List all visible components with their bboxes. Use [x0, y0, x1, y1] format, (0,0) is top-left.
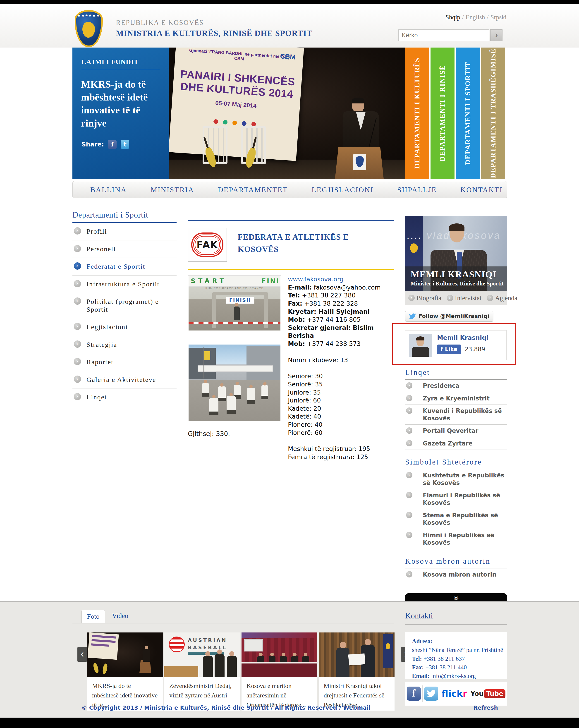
baseball-text: BASEBALL: [188, 645, 228, 650]
carousel-card[interactable]: Kosova e meriton anëtarësimin në Organiz…: [241, 632, 317, 710]
link-agjenda[interactable]: ›Agjenda: [487, 294, 517, 302]
sidebar-item-galeria[interactable]: ›Galeria e Aktiviteteve: [73, 371, 177, 389]
webmail-link[interactable]: Webmail: [343, 704, 371, 711]
news-divider: [81, 70, 160, 70]
sidebar-item-politikat[interactable]: ›Politikat (programet) e Sportit: [73, 293, 177, 318]
linqet-item-gazeta[interactable]: ›Gazeta Zyrtare: [405, 437, 507, 450]
search-input[interactable]: [398, 29, 490, 41]
sidebar-item-linqet[interactable]: ›Linqet: [73, 388, 177, 406]
tab-foto[interactable]: Foto: [81, 609, 105, 623]
bottom-black-bar: [0, 718, 579, 728]
sidebar-item-label: Politikat (programet) e Sportit: [86, 298, 159, 313]
chevron-icon: ›: [406, 492, 413, 498]
sidebar-item-profili[interactable]: ›Profili: [73, 223, 177, 240]
kosovo-emblem-logo[interactable]: ★★★★★★: [75, 10, 103, 47]
tab-video[interactable]: Video: [112, 612, 128, 620]
clubs-count: Numri i klubeve: 13: [288, 356, 394, 364]
lang-srpski[interactable]: Srpski: [490, 14, 506, 21]
facebook-share-icon[interactable]: f: [108, 140, 116, 149]
chevron-left-icon: ‹: [81, 648, 84, 659]
chevron-icon: ›: [406, 408, 413, 414]
facebook-icon[interactable]: f: [407, 686, 421, 701]
austrian-text: AUSTRIAN: [188, 638, 227, 643]
photo-frame: START FINI RUN FOR PEACE AND TOLERANCE F…: [188, 275, 281, 331]
refresh-link[interactable]: Refresh: [473, 704, 498, 711]
kontakti-underline: [405, 624, 507, 625]
photo-race-finish: START FINI RUN FOR PEACE AND TOLERANCE F…: [188, 276, 281, 331]
simbolet-item-flamuri[interactable]: ›Flamuri i Republikës së Kosovës: [405, 489, 507, 509]
chevron-icon: ›: [406, 532, 413, 538]
link-biografia[interactable]: ›Biografia: [408, 294, 441, 302]
fak-track-ring: FAK: [191, 232, 223, 257]
like-label: Like: [445, 346, 457, 353]
sidebar-item-personeli[interactable]: ›Personeli: [73, 240, 177, 258]
link-label: Biografia: [417, 294, 441, 302]
facebook-like-widget: Memli Krasniqi fLike 23,889: [405, 330, 506, 360]
dept-tab-trashegimise[interactable]: DEPARTAMENTI I TRASHËGIMISË: [481, 48, 505, 179]
dept-tab-rinise[interactable]: DEPARTAMENTI I RINISË: [430, 48, 454, 179]
latest-news-panel: LAJMI I FUNDIT MKRS-ja do të mbështesë i…: [73, 48, 168, 179]
nav-ballina[interactable]: BALLINA: [90, 186, 127, 194]
facebook-avatar: [409, 334, 432, 357]
footer: Foto Video ‹ › MKRS-ja do të mbështesë i…: [0, 601, 579, 718]
sidebar-item-raportet[interactable]: ›Raportet: [73, 353, 177, 371]
linqet-item-kuvendi[interactable]: ›Kuvendi i Republikës së Kosovës: [405, 405, 507, 425]
emblem-stars: ★★★★★★: [75, 14, 103, 18]
lang-separator: /: [487, 14, 489, 21]
sidebar-item-label: Infrastruktura e Sportit: [86, 280, 160, 288]
linqet-item-presidenca[interactable]: ›Presidenca: [405, 380, 507, 392]
simbolet-item-himni[interactable]: ›Himni i Republikës së Kosovës: [405, 529, 507, 549]
news-label: LAJMI I FUNDIT: [81, 58, 160, 66]
news-headline[interactable]: MKRS-ja do të mbështesë idetë inovative …: [81, 78, 160, 130]
facebook-profile-link[interactable]: Memli Krasniqi: [437, 334, 489, 341]
simbolet-item-kushtetuta[interactable]: ›Kushtetuta e Republikës së Kosovës: [405, 469, 507, 489]
nav-legjislacioni[interactable]: LEGJISLACIONI: [312, 186, 374, 194]
sidebar-item-label: Strategjia: [86, 341, 117, 348]
kontakti-line: Email: info@mkrs-ks.org: [412, 672, 507, 680]
carousel-card[interactable]: Ministri Krasniqi takoi drejtuesit e Fed…: [319, 632, 395, 710]
nav-departamentet[interactable]: DEPARTAMENTET: [218, 186, 288, 194]
sidebar-item-legjislacioni[interactable]: ›Legjislacioni: [73, 318, 177, 336]
dept-tab-sportit[interactable]: DEPARTAMENTI I SPORTIT: [456, 48, 480, 179]
chevron-icon: ›: [406, 427, 413, 434]
chevron-icon: ›: [406, 440, 413, 446]
chevron-icon: ›: [406, 512, 413, 518]
contact-line: Sekretar gjeneral: Bislim Berisha: [288, 324, 394, 340]
lang-separator: /: [462, 14, 464, 21]
simbolet-item-stema[interactable]: ›Stema e Republikës së Kosovës: [405, 509, 507, 529]
kosova-mbron-item[interactable]: ›Kosova mbron autorin: [405, 568, 507, 581]
nav-kontakti[interactable]: KONTAKTI: [460, 186, 503, 194]
linqet-item-kryeministri[interactable]: ›Zyra e Kryeministrit: [405, 392, 507, 405]
twitter-follow-button[interactable]: Follow @MemliKrasniqi: [405, 311, 493, 322]
list-item-label: Zyra e Kryeministrit: [423, 395, 490, 402]
nav-shpallje[interactable]: SHPALLJE: [397, 186, 437, 194]
facebook-like-button[interactable]: fLike: [437, 344, 461, 354]
list-item-label: Presidenca: [423, 382, 459, 389]
sidebar-item-strategjia[interactable]: ›Strategjia: [73, 336, 177, 354]
carousel-prev-button[interactable]: ‹: [77, 647, 87, 662]
sidebar-item-infrastruktura[interactable]: ›Infrastruktura e Sportit: [73, 276, 177, 293]
chevron-icon: ›: [447, 295, 453, 301]
federation-website-link[interactable]: www.fakosova.org: [288, 275, 394, 283]
youtube-icon[interactable]: YouTube: [471, 689, 505, 698]
chevron-icon: ›: [74, 375, 81, 383]
sidebar-item-federatat[interactable]: ›Federatat e Sportit: [73, 258, 177, 276]
flickr-icon[interactable]: flickr: [442, 688, 467, 699]
search-button[interactable]: ›: [490, 29, 502, 41]
fak-logo-text: FAK: [197, 239, 218, 250]
carousel-card[interactable]: AUSTRIAN BASEBALL Zëvendësministri Dedaj…: [164, 632, 240, 710]
twitter-share-icon[interactable]: t: [121, 140, 129, 149]
nav-ministria[interactable]: MINISTRIA: [151, 186, 194, 194]
list-item-label: Kosova mbron autorin: [423, 571, 496, 578]
lang-shqip[interactable]: Shqip: [445, 14, 460, 21]
linqet-item-portali[interactable]: ›Portali Qeveritar: [405, 425, 507, 437]
carousel-card[interactable]: MKRS-ja do të mbështesë idetë inovative …: [87, 632, 163, 710]
link-intervistat[interactable]: ›Intervistat: [447, 294, 482, 302]
twitter-icon[interactable]: [424, 686, 438, 701]
runner-figure: [234, 307, 240, 320]
card-photo-conference: [241, 632, 317, 677]
registered-males: Meshkuj të regjistruar: 195: [288, 445, 394, 453]
dept-tab-kultures[interactable]: DEPARTAMENTI I KULTURËS: [405, 48, 429, 179]
finish-text: FINISH: [226, 297, 254, 304]
lang-english[interactable]: English: [466, 14, 485, 21]
